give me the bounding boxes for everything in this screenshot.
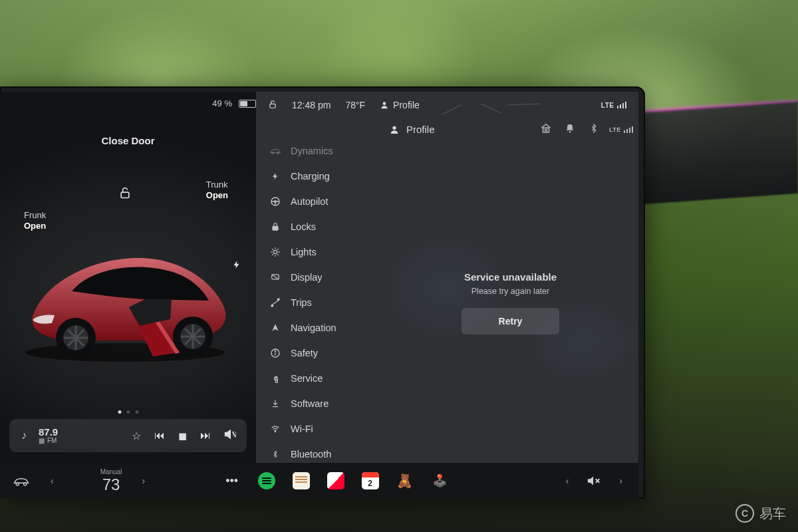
service-unavailable-subtitle: Please try again later bbox=[471, 287, 549, 296]
vol-up[interactable]: › bbox=[615, 475, 626, 486]
media-bar[interactable]: ♪ 87.9 ▦ FM ☆ ⏮ ◼ ⏭ bbox=[9, 419, 247, 452]
settings-item-label: Lights bbox=[291, 247, 317, 257]
frunk-label: Frunk bbox=[24, 210, 46, 220]
trunk-label: Trunk bbox=[206, 180, 228, 190]
settings-item-label: Locks bbox=[291, 221, 316, 232]
settings-item-bluetooth[interactable]: Bluetooth bbox=[261, 442, 377, 463]
upgrades-content: Service unavailable Please try again lat… bbox=[382, 143, 638, 463]
sun-icon bbox=[269, 247, 281, 257]
bolt-icon bbox=[269, 171, 281, 182]
favorite-icon[interactable]: ☆ bbox=[132, 430, 141, 442]
settings-item-label: Bluetooth bbox=[291, 449, 331, 460]
notification-bell-icon[interactable] bbox=[561, 123, 579, 136]
car-icon bbox=[269, 146, 281, 156]
person-icon bbox=[380, 100, 389, 110]
arcade-app-icon[interactable]: 🕹️ bbox=[430, 471, 449, 490]
svg-point-34 bbox=[275, 431, 275, 432]
svg-point-27 bbox=[273, 250, 277, 253]
climate-temp[interactable]: Manual 73 bbox=[100, 469, 122, 493]
close-door-label[interactable]: Close Door bbox=[0, 135, 256, 146]
music-note-icon: ♪ bbox=[19, 430, 29, 442]
settings-item-autopilot[interactable]: Autopilot bbox=[261, 190, 377, 213]
media-frequency: 87.9 bbox=[39, 427, 58, 437]
retry-button[interactable]: Retry bbox=[462, 308, 560, 334]
unlock-icon[interactable] bbox=[118, 186, 132, 202]
cell-signal[interactable]: LTE bbox=[601, 102, 626, 109]
vol-down[interactable]: ‹ bbox=[562, 475, 573, 486]
music-app-icon[interactable] bbox=[327, 471, 345, 490]
temp-up[interactable]: › bbox=[138, 475, 149, 486]
svg-point-22 bbox=[272, 152, 274, 154]
settings-item-software[interactable]: Software bbox=[261, 392, 377, 416]
prev-track-icon[interactable]: ⏮ bbox=[154, 430, 165, 442]
trunk-button[interactable]: Trunk Open bbox=[206, 180, 228, 201]
settings-item-display[interactable]: Display bbox=[261, 265, 377, 289]
car-stage: Frunk Open Trunk Open bbox=[0, 146, 256, 463]
lock-status-icon[interactable] bbox=[268, 100, 277, 111]
settings-item-dynamics[interactable]: Dynamics bbox=[261, 143, 377, 163]
settings-item-service[interactable]: Service bbox=[261, 366, 377, 390]
svg-point-35 bbox=[16, 483, 19, 485]
stop-icon[interactable]: ◼ bbox=[178, 430, 187, 442]
settings-item-label: Charging bbox=[291, 171, 330, 182]
route-icon bbox=[269, 297, 281, 308]
map-road-lines bbox=[441, 102, 547, 116]
settings-item-label: Software bbox=[291, 398, 329, 409]
mute-speaker-icon[interactable] bbox=[224, 428, 237, 444]
service-unavailable-title: Service unavailable bbox=[464, 271, 557, 283]
dashboard-trim bbox=[625, 100, 798, 205]
settings-item-label: Service bbox=[291, 373, 323, 384]
cell-signal-small[interactable]: LTE bbox=[609, 126, 626, 133]
next-track-icon[interactable]: ⏭ bbox=[200, 430, 211, 442]
settings-item-wi-fi[interactable]: Wi-Fi bbox=[261, 417, 377, 441]
download-icon bbox=[269, 398, 281, 409]
battery-icon bbox=[239, 100, 256, 108]
settings-item-navigation[interactable]: Navigation bbox=[261, 316, 377, 340]
svg-point-16 bbox=[383, 102, 386, 105]
profile-selector[interactable]: Profile bbox=[380, 100, 420, 110]
svg-point-29 bbox=[271, 305, 273, 307]
lock-icon bbox=[269, 221, 281, 232]
settings-item-label: Wi-Fi bbox=[291, 424, 313, 434]
calendar-app-icon[interactable]: 2 bbox=[361, 471, 380, 490]
wifi-icon bbox=[269, 424, 281, 434]
outside-temp: 78°F bbox=[345, 100, 365, 110]
homelink-icon[interactable] bbox=[537, 122, 555, 136]
status-bar-left: 49 % bbox=[0, 92, 256, 112]
nav-icon bbox=[269, 323, 281, 333]
battery-percent: 49 % bbox=[212, 98, 232, 108]
svg-point-23 bbox=[277, 152, 279, 154]
settings-item-trips[interactable]: Trips bbox=[261, 291, 377, 315]
settings-panel: 12:48 pm 78°F Profile LTE Profile bbox=[256, 92, 638, 463]
settings-item-label: Dynamics bbox=[291, 146, 333, 156]
car-render[interactable] bbox=[12, 219, 238, 366]
settings-item-locks[interactable]: Locks bbox=[261, 215, 377, 239]
more-apps-icon[interactable]: ••• bbox=[223, 471, 241, 490]
svg-point-30 bbox=[277, 299, 279, 301]
media-band: ▦ FM bbox=[39, 437, 58, 444]
signal-bars-icon bbox=[617, 102, 627, 108]
signal-bars-icon bbox=[624, 126, 634, 133]
page-indicator[interactable] bbox=[118, 410, 138, 414]
spotify-app-icon[interactable] bbox=[257, 471, 276, 490]
svg-point-33 bbox=[275, 350, 275, 351]
svg-point-21 bbox=[569, 131, 571, 133]
settings-item-charging[interactable]: Charging bbox=[261, 164, 377, 188]
svg-point-25 bbox=[275, 201, 277, 203]
vehicle-touchscreen: 49 % Close Door Frunk Open Trunk Open bbox=[0, 86, 645, 499]
settings-item-lights[interactable]: Lights bbox=[261, 240, 377, 264]
info-icon bbox=[269, 348, 281, 358]
temp-down[interactable]: ‹ bbox=[47, 475, 58, 486]
car-visualizer-column: 49 % Close Door Frunk Open Trunk Open bbox=[0, 92, 256, 463]
bluetooth-icon bbox=[269, 449, 281, 460]
car-app-icon[interactable] bbox=[12, 471, 31, 490]
panel-title: Profile bbox=[406, 124, 435, 135]
settings-item-safety[interactable]: Safety bbox=[261, 341, 377, 365]
svg-point-36 bbox=[24, 483, 27, 485]
svg-point-17 bbox=[392, 126, 396, 129]
toybox-app-icon[interactable]: 🧸 bbox=[396, 471, 414, 490]
bluetooth-icon[interactable] bbox=[585, 123, 602, 136]
volume-muted-icon[interactable] bbox=[585, 471, 603, 490]
media-info[interactable]: 87.9 ▦ FM bbox=[39, 427, 58, 444]
notes-app-icon[interactable] bbox=[292, 471, 311, 490]
